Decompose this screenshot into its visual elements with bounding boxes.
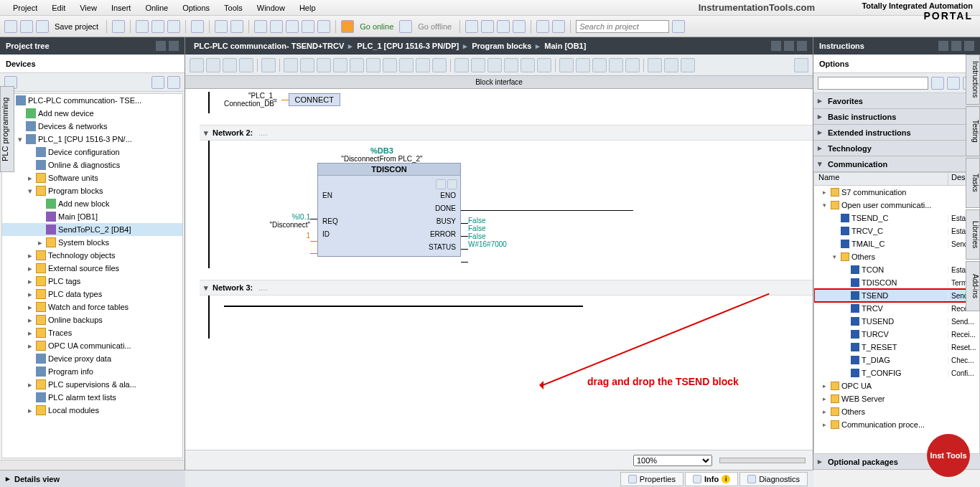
instr-filter-icon[interactable] [931,77,944,90]
tree-item[interactable]: SendToPLC_2 [DB4] [2,223,182,236]
go-online-icon[interactable] [341,20,354,33]
instr-item-opc ua[interactable]: ▸OPC UA [814,379,979,392]
ed-t13[interactable] [399,58,414,72]
expand-icon[interactable]: ▸ [27,251,34,260]
tree-item[interactable]: Add new block [2,197,182,210]
tree-item[interactable]: Main [OB1] [2,210,182,223]
block-interface-bar[interactable]: Block interface [185,76,813,89]
split-h-icon[interactable] [536,20,549,33]
cat-extended[interactable]: Extended instructions [813,125,980,141]
go-offline-icon[interactable] [399,20,412,33]
menu-options[interactable]: Options [175,2,217,14]
expand-icon[interactable]: ▸ [27,316,34,325]
ed-t22[interactable] [559,58,574,72]
expand-icon[interactable]: ▸ [820,189,829,196]
tree-item[interactable]: Device proxy data [2,352,182,365]
lad-editor[interactable]: "PLC_1_ Connection_DB" CONNECT ▾ Network… [185,89,813,450]
tree-item[interactable]: ▸PLC supervisions & ala... [2,378,182,391]
ed-t11[interactable] [366,58,381,72]
instr-item-tmail_c[interactable]: TMAIL_CSend... [814,237,979,250]
ed-t8[interactable] [317,58,331,72]
ed-t23[interactable] [576,58,590,72]
ed-t28[interactable] [664,58,678,72]
instr-item-trcv[interactable]: TRCVRecei... [814,302,979,315]
cut-icon[interactable] [136,20,149,33]
plc-programming-tab[interactable]: PLC programming [0,86,14,172]
instr-t1-icon[interactable] [938,41,948,51]
undo-icon[interactable] [215,20,228,33]
editor-max-icon[interactable] [784,41,794,51]
instr-item-tsend[interactable]: TSENDSend... [814,289,979,302]
ed-t14[interactable] [416,58,430,72]
expand-icon[interactable]: ▸ [27,328,34,338]
side-tab-instructions[interactable]: Instructions [966,55,980,105]
expand-icon[interactable]: ▸ [27,290,34,299]
tree-item[interactable]: Program info [2,365,182,378]
expand-icon[interactable]: ▸ [820,421,829,428]
instr-item-open user communicati...[interactable]: ▾Open user communicati... [814,199,979,212]
t1-icon[interactable] [465,20,478,33]
instr-item-t_reset[interactable]: T_RESETReset... [814,341,979,354]
go-online-label[interactable]: Go online [357,22,396,31]
paste-icon[interactable] [167,20,180,33]
zoom-slider[interactable] [719,458,806,463]
compile-icon[interactable] [254,20,267,33]
expand-icon[interactable]: ▸ [27,303,34,312]
tree-item[interactable]: ▸Traces [2,326,182,339]
instr-search-input[interactable] [818,77,928,90]
t3-icon[interactable] [497,20,510,33]
tdiscon-block[interactable]: TDISCON ENENO DONE REQBUSY IDERROR STATU… [317,163,461,257]
tree-item[interactable]: Device configuration [2,146,182,159]
block-opt-icon[interactable] [447,179,457,189]
tree-item[interactable]: ▸Online backups [2,313,182,326]
instr-item-web server[interactable]: ▸WEB Server [814,392,979,405]
panel-collapse-icon[interactable] [169,41,179,51]
block-help-icon[interactable] [436,179,446,189]
tree-item[interactable]: ▸PLC tags [2,275,182,288]
t2-icon[interactable] [481,20,494,33]
crumb-3[interactable]: Main [OB1] [541,42,589,50]
save-project-button[interactable]: Save project [36,20,101,33]
instruction-tree[interactable]: Name Desc... ▸S7 communication▾Open user… [813,172,980,454]
tree-item[interactable]: Add new device [2,107,182,120]
expand-icon[interactable]: ▸ [27,174,34,183]
instr-item-tsend_c[interactable]: TSEND_CEstab... [814,212,979,224]
ed-t26[interactable] [625,58,640,72]
download-icon[interactable] [270,20,283,33]
tab-diagnostics[interactable]: Diagnostics [739,472,808,486]
tree-item[interactable]: ▾PLC_1 [CPU 1516-3 PN/... [2,133,182,146]
instr-item-t_diag[interactable]: T_DIAGChec... [814,354,979,367]
instr-item-others[interactable]: ▾Others [814,250,979,263]
instr-item-tusend[interactable]: TUSENDSend... [814,315,979,328]
menu-online[interactable]: Online [138,2,175,14]
instr-item-s7 communication[interactable]: ▸S7 communication [814,186,979,199]
search-input[interactable] [576,20,669,33]
menu-project[interactable]: Project [6,2,45,14]
delete-icon[interactable] [191,20,204,33]
go-offline-label[interactable]: Go offline [415,22,454,31]
ed-t15[interactable] [432,58,447,72]
menu-view[interactable]: View [73,2,104,14]
tree-item[interactable]: ▸External source files [2,262,182,275]
ed-t4[interactable] [239,58,253,72]
ed-t19[interactable] [504,58,518,72]
side-tab-libraries[interactable]: Libraries [966,209,980,260]
tree-item[interactable]: ▸Software units [2,171,182,184]
tree-item[interactable]: ▸Local modules [2,404,182,417]
tree-item[interactable]: ▸OPC UA communicati... [2,339,182,352]
network-3-header[interactable]: ▾ Network 3: .... [200,280,813,295]
split-v-icon[interactable] [552,20,565,33]
ed-t17[interactable] [471,58,485,72]
panel-pin-icon[interactable] [156,41,166,51]
instr-item-t_config[interactable]: T_CONFIGConfi... [814,367,979,379]
crumb-2[interactable]: Program blocks [469,42,534,50]
expand-icon[interactable]: ▸ [820,408,829,415]
t4-icon[interactable] [513,20,526,33]
ed-t6[interactable] [284,58,298,72]
side-tab-add-ins[interactable]: Add-ins [966,261,980,311]
instr-item-others[interactable]: ▸Others [814,405,979,418]
expand-icon[interactable]: ▸ [27,341,34,351]
copy-icon[interactable] [151,20,164,33]
cat-favorites[interactable]: Favorites [813,93,980,109]
ed-t10[interactable] [350,58,364,72]
